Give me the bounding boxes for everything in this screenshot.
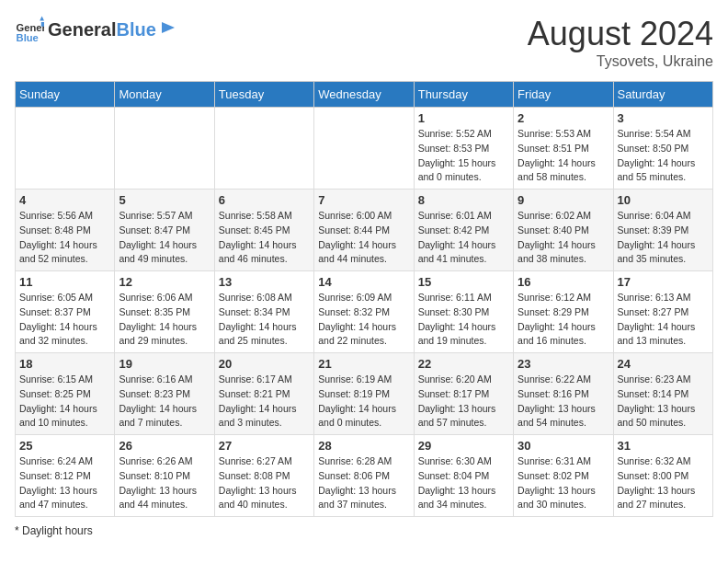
calendar-day-cell: 29Sunrise: 6:30 AMSunset: 8:04 PMDayligh… (414, 435, 513, 517)
day-info: Sunrise: 6:01 AMSunset: 8:42 PMDaylight:… (418, 209, 509, 267)
day-info: Sunrise: 5:53 AMSunset: 8:51 PMDaylight:… (518, 127, 609, 185)
calendar-day-cell: 25Sunrise: 6:24 AMSunset: 8:12 PMDayligh… (16, 435, 115, 517)
calendar-day-cell: 19Sunrise: 6:16 AMSunset: 8:23 PMDayligh… (115, 353, 214, 435)
svg-marker-4 (162, 22, 175, 33)
calendar-day-cell: 28Sunrise: 6:28 AMSunset: 8:06 PMDayligh… (314, 435, 414, 517)
day-info: Sunrise: 6:04 AMSunset: 8:39 PMDaylight:… (618, 209, 709, 267)
month-title: August 2024 (528, 15, 713, 53)
day-info: Sunrise: 6:32 AMSunset: 8:00 PMDaylight:… (618, 454, 709, 512)
calendar-day-cell: 8Sunrise: 6:01 AMSunset: 8:42 PMDaylight… (414, 190, 513, 271)
calendar-day-cell: 24Sunrise: 6:23 AMSunset: 8:14 PMDayligh… (613, 353, 712, 435)
day-number: 18 (19, 357, 110, 371)
calendar-day-cell: 18Sunrise: 6:15 AMSunset: 8:25 PMDayligh… (16, 353, 115, 435)
calendar-week-row: 25Sunrise: 6:24 AMSunset: 8:12 PMDayligh… (16, 435, 713, 517)
day-info: Sunrise: 6:12 AMSunset: 8:29 PMDaylight:… (518, 291, 609, 349)
day-info: Sunrise: 6:00 AMSunset: 8:44 PMDaylight:… (318, 209, 409, 267)
day-number: 25 (19, 439, 110, 453)
svg-marker-3 (41, 22, 44, 27)
day-number: 19 (119, 357, 210, 371)
day-info: Sunrise: 6:23 AMSunset: 8:14 PMDaylight:… (618, 373, 709, 431)
calendar-day-cell: 3Sunrise: 5:54 AMSunset: 8:50 PMDaylight… (613, 108, 712, 190)
calendar-day-cell: 14Sunrise: 6:09 AMSunset: 8:32 PMDayligh… (314, 271, 414, 353)
day-info: Sunrise: 6:22 AMSunset: 8:16 PMDaylight:… (518, 373, 609, 431)
calendar-day-cell: 22Sunrise: 6:20 AMSunset: 8:17 PMDayligh… (414, 353, 513, 435)
day-number: 11 (19, 275, 110, 289)
calendar-day-cell: 26Sunrise: 6:26 AMSunset: 8:10 PMDayligh… (115, 435, 214, 517)
weekday-header-monday: Monday (115, 82, 214, 108)
day-number: 13 (219, 275, 310, 289)
calendar-day-cell (115, 108, 214, 190)
day-info: Sunrise: 6:19 AMSunset: 8:19 PMDaylight:… (318, 373, 409, 431)
day-info: Sunrise: 5:54 AMSunset: 8:50 PMDaylight:… (618, 127, 709, 185)
calendar-day-cell: 13Sunrise: 6:08 AMSunset: 8:34 PMDayligh… (214, 271, 313, 353)
calendar-day-cell: 9Sunrise: 6:02 AMSunset: 8:40 PMDaylight… (514, 190, 613, 271)
day-number: 24 (618, 357, 709, 371)
day-number: 22 (418, 357, 509, 371)
weekday-header-sunday: Sunday (16, 82, 115, 108)
logo-wordmark: General Blue (48, 19, 176, 40)
day-info: Sunrise: 6:20 AMSunset: 8:17 PMDaylight:… (418, 373, 509, 431)
day-info: Sunrise: 6:13 AMSunset: 8:27 PMDaylight:… (618, 291, 709, 349)
logo-flag-icon (158, 20, 176, 39)
day-number: 8 (418, 193, 509, 207)
day-number: 5 (119, 193, 210, 207)
calendar-day-cell (214, 108, 313, 190)
calendar-day-cell: 30Sunrise: 6:31 AMSunset: 8:02 PMDayligh… (514, 435, 613, 517)
day-info: Sunrise: 6:02 AMSunset: 8:40 PMDaylight:… (518, 209, 609, 267)
day-number: 3 (618, 111, 709, 125)
calendar-day-cell: 16Sunrise: 6:12 AMSunset: 8:29 PMDayligh… (514, 271, 613, 353)
day-number: 28 (318, 439, 409, 453)
day-info: Sunrise: 6:31 AMSunset: 8:02 PMDaylight:… (518, 454, 609, 512)
day-info: Sunrise: 6:11 AMSunset: 8:30 PMDaylight:… (418, 291, 509, 349)
day-number: 23 (518, 357, 609, 371)
day-number: 6 (219, 193, 310, 207)
calendar-day-cell: 20Sunrise: 6:17 AMSunset: 8:21 PMDayligh… (214, 353, 313, 435)
location-title: Tysovets, Ukraine (528, 53, 713, 70)
day-number: 21 (318, 357, 409, 371)
day-info: Sunrise: 6:08 AMSunset: 8:34 PMDaylight:… (219, 291, 310, 349)
calendar-day-cell: 17Sunrise: 6:13 AMSunset: 8:27 PMDayligh… (613, 271, 712, 353)
day-number: 29 (418, 439, 509, 453)
calendar-day-cell: 7Sunrise: 6:00 AMSunset: 8:44 PMDaylight… (314, 190, 414, 271)
title-area: August 2024 Tysovets, Ukraine (528, 15, 713, 70)
calendar-day-cell: 6Sunrise: 5:58 AMSunset: 8:45 PMDaylight… (214, 190, 313, 271)
logo-general: General (48, 19, 116, 40)
calendar-week-row: 4Sunrise: 5:56 AMSunset: 8:48 PMDaylight… (16, 190, 713, 271)
day-number: 15 (418, 275, 509, 289)
logo-blue: Blue (116, 19, 155, 40)
day-info: Sunrise: 5:57 AMSunset: 8:47 PMDaylight:… (119, 209, 210, 267)
day-number: 17 (618, 275, 709, 289)
svg-text:Blue: Blue (17, 32, 39, 43)
day-info: Sunrise: 6:16 AMSunset: 8:23 PMDaylight:… (119, 373, 210, 431)
day-number: 14 (318, 275, 409, 289)
calendar-day-cell: 21Sunrise: 6:19 AMSunset: 8:19 PMDayligh… (314, 353, 414, 435)
calendar-day-cell: 23Sunrise: 6:22 AMSunset: 8:16 PMDayligh… (514, 353, 613, 435)
day-info: Sunrise: 6:09 AMSunset: 8:32 PMDaylight:… (318, 291, 409, 349)
day-info: Sunrise: 6:15 AMSunset: 8:25 PMDaylight:… (19, 373, 110, 431)
day-info: Sunrise: 6:06 AMSunset: 8:35 PMDaylight:… (119, 291, 210, 349)
day-number: 9 (518, 193, 609, 207)
calendar-day-cell (314, 108, 414, 190)
day-info: Sunrise: 6:26 AMSunset: 8:10 PMDaylight:… (119, 454, 210, 512)
day-number: 20 (219, 357, 310, 371)
footer-note-text: Daylight hours (22, 524, 93, 537)
weekday-header-friday: Friday (514, 82, 613, 108)
day-info: Sunrise: 6:17 AMSunset: 8:21 PMDaylight:… (219, 373, 310, 431)
day-number: 1 (418, 111, 509, 125)
calendar-day-cell: 11Sunrise: 6:05 AMSunset: 8:37 PMDayligh… (16, 271, 115, 353)
day-info: Sunrise: 6:28 AMSunset: 8:06 PMDaylight:… (318, 454, 409, 512)
day-info: Sunrise: 5:56 AMSunset: 8:48 PMDaylight:… (19, 209, 110, 267)
day-number: 2 (518, 111, 609, 125)
day-info: Sunrise: 6:24 AMSunset: 8:12 PMDaylight:… (19, 454, 110, 512)
calendar-week-row: 11Sunrise: 6:05 AMSunset: 8:37 PMDayligh… (16, 271, 713, 353)
day-info: Sunrise: 5:52 AMSunset: 8:53 PMDaylight:… (418, 127, 509, 185)
day-number: 30 (518, 439, 609, 453)
calendar-day-cell: 27Sunrise: 6:27 AMSunset: 8:08 PMDayligh… (214, 435, 313, 517)
day-info: Sunrise: 5:58 AMSunset: 8:45 PMDaylight:… (219, 209, 310, 267)
calendar-week-row: 18Sunrise: 6:15 AMSunset: 8:25 PMDayligh… (16, 353, 713, 435)
calendar-table: SundayMondayTuesdayWednesdayThursdayFrid… (15, 81, 713, 517)
day-info: Sunrise: 6:30 AMSunset: 8:04 PMDaylight:… (418, 454, 509, 512)
day-info: Sunrise: 6:05 AMSunset: 8:37 PMDaylight:… (19, 291, 110, 349)
calendar-day-cell: 4Sunrise: 5:56 AMSunset: 8:48 PMDaylight… (16, 190, 115, 271)
calendar-day-cell: 15Sunrise: 6:11 AMSunset: 8:30 PMDayligh… (414, 271, 513, 353)
